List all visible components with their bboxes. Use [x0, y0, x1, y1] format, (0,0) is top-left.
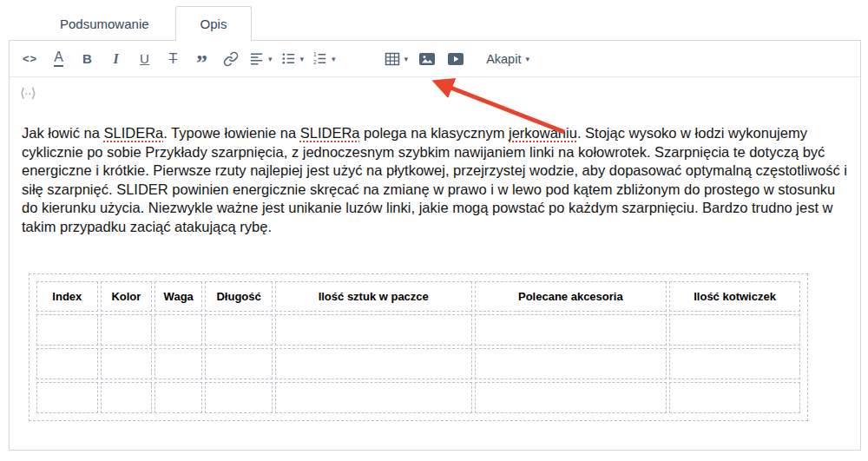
link-button[interactable]: [219, 47, 242, 71]
text-color-button[interactable]: A: [47, 47, 70, 71]
paragraph-format-button[interactable]: Akapit: [484, 47, 531, 71]
table-cell[interactable]: [475, 314, 667, 346]
bold-icon: B: [82, 51, 92, 66]
table-cell[interactable]: [205, 382, 273, 413]
element-path-icon[interactable]: ⟨··⟩: [20, 85, 36, 101]
bold-button[interactable]: B: [76, 47, 99, 71]
source-code-icon: <>: [23, 52, 37, 65]
tab-bar: Podsumowanie Opis: [48, 6, 252, 41]
table-icon: [385, 51, 400, 67]
source-code-button[interactable]: <>: [18, 47, 42, 71]
text-run: polega na klasycznym: [360, 125, 510, 141]
misspelled-word: SLIDERa: [103, 125, 163, 141]
tab-opis[interactable]: Opis: [175, 6, 253, 41]
media-icon: [447, 51, 464, 67]
table-cell[interactable]: [669, 382, 800, 413]
editor-toolbar: <> A B I U T ”: [10, 41, 860, 77]
blockquote-icon: ”: [196, 50, 207, 68]
tab-podsumowanie[interactable]: Podsumowanie: [48, 6, 161, 41]
table-cell[interactable]: [155, 314, 202, 346]
table-cell[interactable]: [101, 382, 152, 413]
table-header-row: Index Kolor Waga Długość Ilość sztuk w p…: [36, 281, 800, 312]
table-header-cell[interactable]: Index: [36, 281, 98, 312]
svg-text:2: 2: [313, 59, 317, 65]
table-cell[interactable]: [205, 348, 273, 379]
numbered-list-icon: 12: [312, 51, 327, 66]
underline-icon: U: [140, 51, 149, 66]
table-cell[interactable]: [36, 348, 98, 379]
misspelled-word: jerkowaniu: [509, 125, 577, 141]
element-path-bar: ⟨··⟩: [10, 77, 860, 109]
table-cell[interactable]: [475, 348, 667, 379]
svg-text:1: 1: [313, 51, 317, 57]
table-cell[interactable]: [669, 314, 800, 346]
table-cell[interactable]: [275, 382, 472, 413]
numbered-list-button[interactable]: 12: [311, 47, 338, 71]
editor-content-area[interactable]: Jak łowić na SLIDERa. Typowe łowienie na…: [10, 109, 860, 421]
table-button[interactable]: [383, 47, 411, 71]
table-cell[interactable]: [101, 314, 152, 346]
align-left-icon: [249, 51, 264, 66]
italic-button[interactable]: I: [104, 47, 128, 71]
table-header-cell[interactable]: Długość: [205, 281, 273, 312]
media-button[interactable]: [444, 47, 467, 71]
table-cell[interactable]: [475, 382, 667, 413]
blockquote-button[interactable]: ”: [190, 47, 214, 71]
table-header-cell[interactable]: Kolor: [101, 281, 152, 312]
table-row: [36, 348, 800, 379]
paragraph-format-label: Akapit: [486, 52, 521, 66]
italic-icon: I: [113, 51, 118, 67]
inserted-table: Index Kolor Waga Długość Ilość sztuk w p…: [34, 279, 803, 416]
table-header-cell[interactable]: Ilość kotwiczek: [669, 281, 800, 312]
text-run: Jak łowić na: [22, 125, 103, 141]
image-icon: [418, 51, 436, 67]
table-cell[interactable]: [155, 382, 202, 413]
table-header-cell[interactable]: Waga: [155, 281, 202, 312]
editor-page: Podsumowanie Opis <> A B I U T: [0, 0, 868, 461]
table-cell[interactable]: [205, 314, 273, 346]
underline-button[interactable]: U: [133, 47, 156, 71]
inserted-table-container[interactable]: Index Kolor Waga Długość Ilość sztuk w p…: [29, 273, 808, 421]
strikethrough-icon: T: [169, 51, 178, 67]
rich-text-editor: <> A B I U T ”: [9, 40, 861, 451]
align-button[interactable]: [247, 47, 274, 71]
link-icon: [223, 51, 239, 67]
table-cell[interactable]: [275, 314, 472, 346]
text-run: . Typowe łowienie na: [163, 125, 299, 141]
table-header-cell[interactable]: Ilość sztuk w paczce: [275, 281, 472, 312]
strikethrough-button[interactable]: T: [161, 47, 185, 71]
table-cell[interactable]: [36, 314, 98, 346]
image-button[interactable]: [415, 47, 438, 71]
misspelled-word: SLIDERa: [300, 125, 360, 141]
table-cell[interactable]: [155, 348, 202, 379]
table-cell[interactable]: [36, 382, 98, 413]
table-row: [36, 314, 800, 346]
table-row: [36, 382, 800, 413]
bullet-list-button[interactable]: [279, 47, 306, 71]
text-color-icon: A: [54, 50, 63, 68]
table-cell[interactable]: [669, 348, 800, 379]
text-run: . Stojąc wysoko w łodzi wykonujemy cykli…: [22, 125, 847, 234]
table-cell[interactable]: [275, 348, 472, 379]
table-cell[interactable]: [101, 348, 152, 379]
bullet-list-icon: [281, 51, 296, 66]
table-header-cell[interactable]: Polecane akcesoria: [475, 281, 667, 312]
document-paragraph: Jak łowić na SLIDERa. Typowe łowienie na…: [22, 124, 850, 237]
